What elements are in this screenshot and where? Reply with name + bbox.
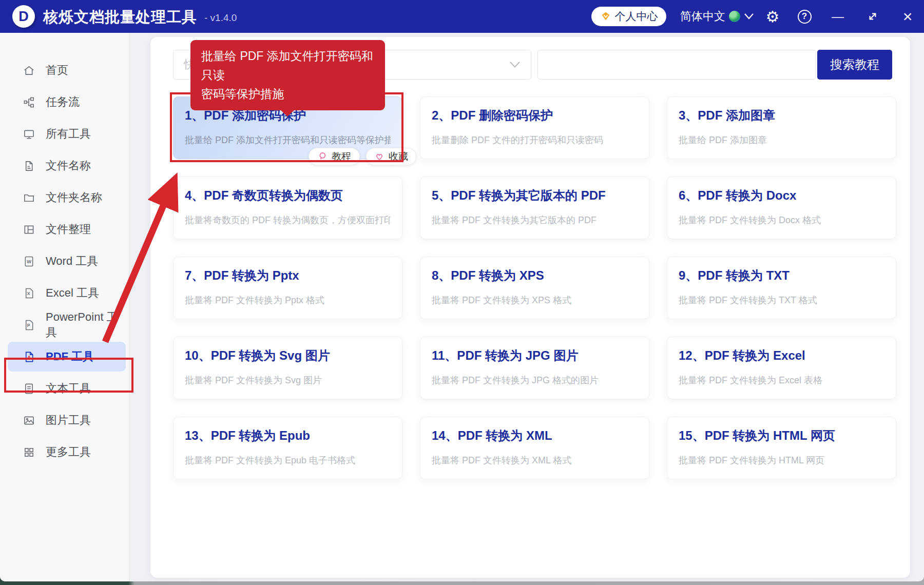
app-logo: D bbox=[12, 5, 35, 28]
card-desc: 批量将 PDF 文件转换为 HTML 网页 bbox=[679, 454, 884, 466]
text-file-icon bbox=[23, 383, 35, 395]
sidebar-item-pdf-tools[interactable]: PDF 工具 bbox=[8, 342, 126, 372]
card-title: 11、PDF 转换为 JPG 图片 bbox=[432, 347, 638, 364]
search-input[interactable] bbox=[537, 50, 816, 80]
monitor-icon bbox=[23, 128, 35, 140]
sidebar-item-label: 图片工具 bbox=[46, 413, 91, 428]
sidebar-item-label: 文件名称 bbox=[46, 158, 91, 173]
minimize-button[interactable]: — bbox=[825, 0, 850, 33]
card-pdf-to-epub[interactable]: 13、PDF 转换为 Epub 批量将 PDF 文件转换为 Epub 电子书格式 bbox=[173, 417, 402, 479]
sidebar: 首页 任务流 所有工具 文件名称 文件夹名称 文件整理 W Word 工具 X … bbox=[0, 33, 129, 581]
home-icon bbox=[23, 65, 35, 76]
tutorial-button[interactable]: 教程 bbox=[309, 148, 360, 165]
svg-text:X: X bbox=[27, 291, 30, 296]
card-desc: 批量将 PDF 文件转换为 XML 格式 bbox=[432, 454, 638, 466]
sidebar-item-label: 文件夹名称 bbox=[46, 190, 102, 205]
sidebar-item-label: 文本工具 bbox=[46, 381, 91, 396]
card-pdf-to-xml[interactable]: 14、PDF 转换为 XML 批量将 PDF 文件转换为 XML 格式 bbox=[420, 417, 649, 479]
select-chevron-down-icon bbox=[509, 61, 521, 68]
card-pdf-to-html[interactable]: 15、PDF 转换为 HTML 网页 批量将 PDF 文件转换为 HTML 网页 bbox=[667, 417, 896, 479]
sidebar-item-all-tools[interactable]: 所有工具 bbox=[8, 119, 126, 149]
card-title: 12、PDF 转换为 Excel bbox=[679, 347, 884, 364]
card-pdf-add-password[interactable]: 1、PDF 添加密码保护 批量给 PDF 添加文件打开密码和只读密码等保护措施 bbox=[173, 96, 402, 159]
card-pdf-to-jpg[interactable]: 11、PDF 转换为 JPG 图片 批量将 PDF 文件转换为 JPG 格式的图… bbox=[420, 337, 649, 399]
sidebar-item-label: 首页 bbox=[46, 63, 68, 78]
svg-text:P: P bbox=[27, 323, 30, 328]
favorite-button[interactable]: 收藏 bbox=[366, 148, 416, 165]
help-icon[interactable]: ? bbox=[793, 0, 816, 33]
card-pdf-add-stamp[interactable]: 3、PDF 添加图章 批量给 PDF 添加图章 bbox=[667, 96, 896, 159]
sidebar-item-home[interactable]: 首页 bbox=[8, 55, 126, 85]
sidebar-item-excel-tools[interactable]: X Excel 工具 bbox=[8, 278, 126, 308]
language-selector[interactable]: 简体中文 bbox=[680, 9, 740, 24]
favorite-label: 收藏 bbox=[389, 150, 408, 163]
sidebar-item-file-name[interactable]: 文件名称 bbox=[8, 151, 126, 181]
sidebar-item-label: 更多工具 bbox=[46, 444, 91, 460]
gear-glyph: ⚙ bbox=[766, 8, 780, 26]
sidebar-item-file-organize[interactable]: 文件整理 bbox=[8, 215, 126, 244]
card-title: 8、PDF 转换为 XPS bbox=[432, 267, 638, 284]
card-desc: 批量将 PDF 文件转换为 Excel 表格 bbox=[679, 374, 884, 386]
workflow-icon bbox=[23, 96, 35, 108]
minimize-glyph: — bbox=[832, 9, 844, 24]
card-pdf-to-docx[interactable]: 6、PDF 转换为 Docx 批量将 PDF 文件转换为 Docx 格式 bbox=[667, 177, 896, 239]
card-pdf-convert-version[interactable]: 5、PDF 转换为其它版本的 PDF 批量将 PDF 文件转换为其它版本的 PD… bbox=[420, 177, 649, 239]
card-desc: 批量删除 PDF 文件的打开密码和只读密码 bbox=[432, 134, 638, 146]
pdf-file-icon bbox=[23, 351, 35, 363]
titlebar: D 核烁文档批量处理工具 - v1.4.0 个人中心 简体中文 ⚙ ? — bbox=[0, 0, 924, 33]
user-center-button[interactable]: 个人中心 bbox=[591, 7, 666, 26]
sidebar-item-word-tools[interactable]: W Word 工具 bbox=[8, 246, 126, 276]
card-pdf-to-pptx[interactable]: 7、PDF 转换为 Pptx 批量将 PDF 文件转换为 Pptx 格式 bbox=[173, 257, 402, 319]
sidebar-item-more-tools[interactable]: 更多工具 bbox=[8, 437, 126, 467]
app-title: 核烁文档批量处理工具 bbox=[43, 7, 197, 28]
sidebar-item-label: Word 工具 bbox=[46, 254, 98, 269]
card-title: 13、PDF 转换为 Epub bbox=[185, 427, 391, 444]
card-pdf-remove-password[interactable]: 2、PDF 删除密码保护 批量删除 PDF 文件的打开密码和只读密码 bbox=[420, 96, 649, 159]
word-file-icon: W bbox=[23, 256, 35, 267]
sidebar-item-label: Excel 工具 bbox=[46, 285, 99, 301]
folder-icon bbox=[23, 192, 35, 204]
search-tutorial-button[interactable]: 搜索教程 bbox=[817, 50, 892, 80]
excel-file-icon: X bbox=[23, 287, 35, 299]
card-pdf-to-excel[interactable]: 12、PDF 转换为 Excel 批量将 PDF 文件转换为 Excel 表格 bbox=[667, 337, 896, 399]
tutorial-label: 教程 bbox=[332, 150, 351, 163]
language-chevron-down-icon[interactable] bbox=[741, 0, 757, 33]
card-title: 5、PDF 转换为其它版本的 PDF bbox=[432, 187, 638, 204]
user-center-label: 个人中心 bbox=[615, 9, 658, 24]
card-desc: 批量将 PDF 文件转换为 XPS 格式 bbox=[432, 294, 638, 306]
powerpoint-file-icon: P bbox=[23, 319, 35, 331]
card-title: 3、PDF 添加图章 bbox=[679, 107, 884, 124]
card-title: 9、PDF 转换为 TXT bbox=[679, 267, 884, 284]
card-desc: 批量将 PDF 文件转换为 TXT 格式 bbox=[679, 294, 884, 306]
settings-gear-icon[interactable]: ⚙ bbox=[761, 0, 784, 33]
card-desc: 批量将 PDF 文件转换为 Docx 格式 bbox=[679, 214, 884, 226]
card-title: 4、PDF 奇数页转换为偶数页 bbox=[185, 187, 391, 204]
sidebar-item-powerpoint-tools[interactable]: P PowerPoint 工具 bbox=[8, 310, 126, 340]
card-title: 7、PDF 转换为 Pptx bbox=[185, 267, 391, 284]
globe-icon bbox=[729, 11, 740, 22]
sidebar-item-image-tools[interactable]: 图片工具 bbox=[8, 405, 126, 435]
close-button[interactable]: × bbox=[894, 0, 921, 33]
card-title: 14、PDF 转换为 XML bbox=[432, 427, 638, 444]
sidebar-item-folder-name[interactable]: 文件夹名称 bbox=[8, 183, 126, 212]
quick-find-select[interactable]: 快 bbox=[173, 50, 531, 80]
card-title: 1、PDF 添加密码保护 bbox=[185, 107, 391, 124]
file-icon bbox=[23, 160, 35, 172]
card-title: 15、PDF 转换为 HTML 网页 bbox=[679, 427, 884, 444]
card-desc: 批量将 PDF 文件转换为 Pptx 格式 bbox=[185, 294, 391, 306]
card-pdf-to-txt[interactable]: 9、PDF 转换为 TXT 批量将 PDF 文件转换为 TXT 格式 bbox=[667, 257, 896, 319]
card-pdf-to-xps[interactable]: 8、PDF 转换为 XPS 批量将 PDF 文件转换为 XPS 格式 bbox=[420, 257, 649, 319]
card-pdf-to-svg[interactable]: 10、PDF 转换为 Svg 图片 批量将 PDF 文件转换为 Svg 图片 bbox=[173, 337, 402, 399]
app-window: D 核烁文档批量处理工具 - v1.4.0 个人中心 简体中文 ⚙ ? — bbox=[0, 0, 924, 581]
card-pdf-odd-to-even[interactable]: 4、PDF 奇数页转换为偶数页 批量将奇数页的 PDF 转换为偶数页，方便双面打… bbox=[173, 177, 402, 239]
sidebar-item-text-tools[interactable]: 文本工具 bbox=[8, 374, 126, 403]
maximize-button[interactable] bbox=[860, 0, 885, 33]
expand-icon bbox=[866, 10, 879, 23]
sidebar-item-label: 所有工具 bbox=[46, 126, 91, 142]
card-desc: 批量将 PDF 文件转换为 Svg 图片 bbox=[185, 374, 391, 386]
language-label: 简体中文 bbox=[680, 9, 725, 24]
sidebar-item-workflow[interactable]: 任务流 bbox=[8, 87, 126, 117]
vip-diamond-icon bbox=[600, 11, 611, 22]
sidebar-item-label: 任务流 bbox=[46, 94, 80, 110]
organize-icon bbox=[23, 224, 35, 236]
